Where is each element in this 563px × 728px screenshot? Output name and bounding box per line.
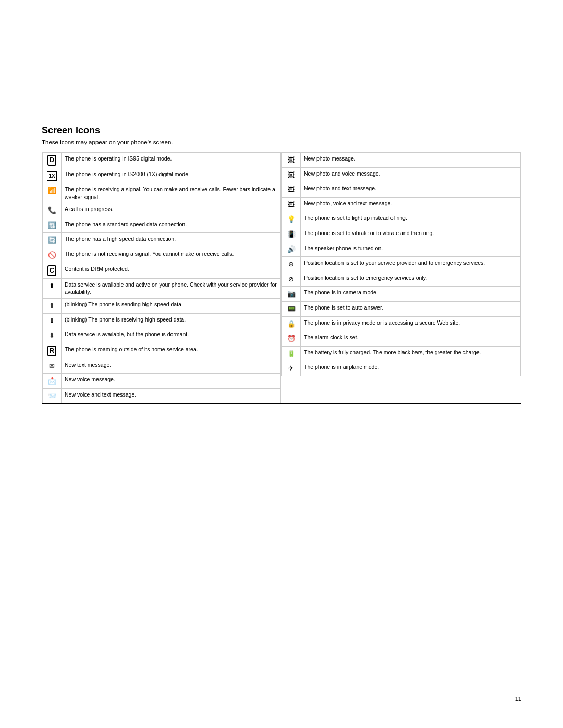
table-row: 🔃 The phone has a standard speed data co… (43, 218, 281, 233)
icon-cell: 📷 (282, 287, 301, 302)
icon-cell: 1X (43, 168, 62, 183)
voice-msg-icon: 📩 (48, 377, 56, 385)
table-row: 🖼 New photo, voice and text message. (282, 197, 521, 212)
desc-cell: The phone is operating in IS95 digital m… (62, 153, 281, 168)
icon-cell: 🖼 (282, 182, 301, 198)
page-number: 11 (515, 696, 521, 702)
icon-cell: 🖼 (282, 153, 301, 168)
desc-cell: Data service is available and active on … (62, 278, 281, 298)
icon-cell: 💡 (282, 212, 301, 227)
desc-cell: The battery is fully charged. The more b… (301, 346, 521, 361)
table-row: 🔒 The phone is in privacy mode or is acc… (282, 316, 521, 331)
table-row: ⇕ Data service is available, but the pho… (43, 328, 281, 343)
table-row: 📩 New voice message. (43, 374, 281, 389)
icon-cell: 🔋 (282, 346, 301, 361)
photo-voice-msg-icon: 🖼 (288, 171, 295, 179)
desc-cell: The phone has a high speed data connecti… (62, 233, 281, 248)
desc-cell: New voice and text message. (62, 388, 281, 403)
table-row: ⬆ Data service is available and active o… (43, 278, 281, 298)
desc-cell: The phone is receiving a signal. You can… (62, 183, 281, 203)
right-column: 🖼 New photo message. 🖼 New photo and voi… (282, 152, 521, 403)
page: Screen Icons These icons may appear on y… (0, 0, 563, 728)
section-subtitle: These icons may appear on your phone's s… (42, 139, 521, 145)
icon-cell: ⬆ (43, 278, 62, 298)
left-column: D The phone is operating in IS95 digital… (42, 152, 282, 403)
airplane-icon: ✈ (288, 364, 294, 372)
desc-cell: Content is DRM protected. (62, 263, 281, 278)
high-data-icon: 🔄 (48, 236, 56, 244)
table-row: 📷 The phone is in camera mode. (282, 287, 521, 302)
alarm-icon: ⏰ (287, 335, 296, 342)
dormant-icon: ⇕ (49, 331, 55, 339)
position-emergency-icon: ⊘ (288, 275, 294, 283)
icon-cell: ⏰ (282, 331, 301, 347)
desc-cell: The phone is set to auto answer. (301, 301, 521, 316)
vibrate-icon: 📳 (287, 230, 296, 238)
table-row: 1X The phone is operating in IS2000 (1X)… (43, 168, 281, 183)
table-row: ⇓ (blinking) The phone is receiving high… (43, 313, 281, 328)
desc-cell: The phone is in airplane mode. (301, 361, 521, 376)
icon-cell: 🔒 (282, 316, 301, 331)
table-row: 📳 The phone is set to vibrate or to vibr… (282, 227, 521, 242)
recv-hs-icon: ⇓ (49, 317, 55, 325)
icon-cell: 📨 (43, 388, 62, 403)
text-msg-icon: ✉ (49, 362, 55, 370)
photo-msg-icon: 🖼 (288, 156, 295, 164)
icon-cell: D (43, 153, 62, 168)
section-title: Screen Icons (42, 125, 521, 136)
table-row: D The phone is operating in IS95 digital… (43, 153, 281, 168)
icon-cell: 📞 (43, 203, 62, 218)
desc-cell: New text message. (62, 359, 281, 374)
desc-cell: The alarm clock is set. (301, 331, 521, 347)
signal-icon: 📶 (48, 187, 56, 194)
desc-cell: The phone is operating in IS2000 (1X) di… (62, 168, 281, 183)
table-row: ✉ New text message. (43, 359, 281, 374)
table-row: ⊕ Position location is set to your servi… (282, 257, 521, 272)
desc-cell: New photo message. (301, 153, 521, 168)
table-row: ✈ The phone is in airplane mode. (282, 361, 521, 376)
desc-cell: The phone is not receiving a signal. You… (62, 248, 281, 263)
table-row: 🖼 New photo and voice message. (282, 167, 521, 182)
table-row: 📟 The phone is set to auto answer. (282, 301, 521, 316)
desc-cell: Position location is set to your service… (301, 257, 521, 272)
table-row: ⇑ (blinking) The phone is sending high-s… (43, 298, 281, 313)
drm-icon: C (47, 265, 56, 276)
desc-cell: The phone is in camera mode. (301, 287, 521, 302)
icon-cell: ⊘ (282, 272, 301, 287)
speaker-icon: 🔊 (287, 245, 296, 253)
table-row: 📨 New voice and text message. (43, 388, 281, 403)
desc-cell: A call is in progress. (62, 203, 281, 218)
voice-text-msg-icon: 📨 (48, 392, 56, 400)
auto-answer-icon: 📟 (287, 305, 296, 313)
battery-icon: 🔋 (287, 350, 296, 357)
desc-cell: (blinking) The phone is receiving high-s… (62, 313, 281, 328)
icon-cell: 📟 (282, 301, 301, 316)
is2000-icon: 1X (47, 171, 56, 181)
table-row: ⏰ The alarm clock is set. (282, 331, 521, 347)
desc-cell: The phone has a standard speed data conn… (62, 218, 281, 233)
content-area: Screen Icons These icons may appear on y… (42, 125, 521, 404)
icon-cell: 🔃 (43, 218, 62, 233)
data-active-icon: ⬆ (49, 282, 55, 290)
table-row: 🔋 The battery is fully charged. The more… (282, 346, 521, 361)
icon-cell: 🚫 (43, 248, 62, 263)
desc-cell: The phone is set to light up instead of … (301, 212, 521, 227)
is95-icon: D (47, 155, 56, 166)
table-row: R The phone is roaming outside of its ho… (43, 343, 281, 359)
icon-cell: R (43, 343, 62, 359)
desc-cell: New photo and text message. (301, 182, 521, 198)
table-row: 💡 The phone is set to light up instead o… (282, 212, 521, 227)
desc-cell: New voice message. (62, 374, 281, 389)
table-row: C Content is DRM protected. (43, 263, 281, 278)
desc-cell: Position location is set to emergency se… (301, 272, 521, 287)
icon-cell: 📶 (43, 183, 62, 203)
desc-cell: The speaker phone is turned on. (301, 242, 521, 257)
no-signal-icon: 🚫 (48, 251, 56, 259)
desc-cell: The phone is roaming outside of its home… (62, 343, 281, 359)
camera-icon: 📷 (287, 290, 296, 298)
privacy-icon: 🔒 (287, 320, 296, 328)
table-row: ⊘ Position location is set to emergency … (282, 272, 521, 287)
light-ring-icon: 💡 (287, 215, 296, 223)
icon-cell: 📩 (43, 374, 62, 389)
desc-cell: Data service is available, but the phone… (62, 328, 281, 343)
